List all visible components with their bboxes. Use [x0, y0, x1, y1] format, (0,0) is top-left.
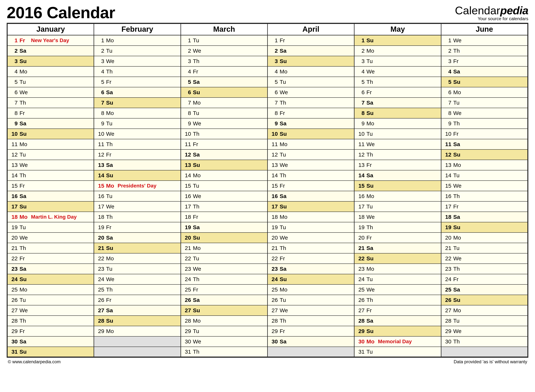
day-of-week: Th	[365, 79, 376, 85]
day-number: 3	[10, 58, 18, 64]
day-cell: 19Fr	[94, 222, 181, 233]
day-number: 31	[10, 349, 18, 355]
day-number: 27	[356, 307, 365, 313]
day-cell: 20Fr	[354, 233, 441, 243]
day-number: 1	[10, 37, 18, 44]
day-of-week: Mo	[278, 141, 289, 147]
day-of-week: Mo	[278, 286, 289, 293]
day-of-week: Tu	[105, 266, 116, 272]
day-number: 26	[10, 297, 18, 303]
day-number: 25	[183, 286, 191, 293]
day-number: 19	[96, 224, 105, 230]
day-number: 18	[10, 214, 18, 220]
day-cell: 5Tu	[7, 77, 94, 87]
day-cell: 20We	[7, 233, 94, 243]
day-of-week: Sa	[278, 338, 289, 345]
day-cell: 5Sa	[181, 77, 268, 87]
day-of-week: We	[452, 183, 463, 189]
day-of-week: Mo	[105, 110, 116, 116]
day-number: 15	[183, 183, 191, 189]
day-number: 28	[96, 318, 105, 324]
day-number: 14	[183, 172, 191, 179]
day-of-week: Fr	[191, 68, 203, 75]
day-number: 12	[270, 151, 278, 158]
document-title: 2016 Calendar	[7, 5, 115, 21]
day-cell: 9Sa	[7, 118, 94, 129]
day-of-week: Tu	[365, 276, 376, 282]
day-of-week: Su	[18, 276, 29, 282]
day-number: 3	[183, 58, 191, 64]
day-of-week: Tu	[365, 203, 376, 210]
day-of-week: Sa	[365, 172, 376, 179]
day-cell: 23Th	[441, 264, 528, 274]
day-cell: 22Mo	[94, 253, 181, 264]
day-cell: 6Fr	[354, 87, 441, 98]
day-number: 18	[356, 214, 365, 220]
day-of-week: Th	[18, 172, 29, 179]
day-number: 14	[356, 172, 365, 179]
day-number: 31	[183, 349, 191, 355]
day-cell: 3We	[94, 56, 181, 66]
day-cell: 22Fr	[7, 253, 94, 264]
day-of-week: Tu	[452, 245, 463, 251]
day-cell: 2Th	[441, 46, 528, 56]
day-number: 30	[270, 338, 278, 345]
day-of-week: Fr	[18, 37, 29, 44]
day-cell: 1Fr	[268, 35, 354, 46]
day-cell: 17Su	[268, 201, 354, 212]
day-number: 28	[443, 318, 452, 324]
day-of-week: We	[365, 68, 376, 75]
day-of-week: Mo	[18, 214, 29, 220]
day-number: 28	[183, 318, 191, 324]
day-number: 16	[443, 193, 452, 199]
day-cell: 25Mo	[268, 285, 354, 295]
day-of-week: Tu	[365, 58, 376, 64]
day-number: 23	[270, 266, 278, 272]
day-cell: 15MoPresidents' Day	[94, 181, 181, 191]
day-cell: 17Tu	[354, 201, 441, 212]
day-cell: 14Sa	[354, 170, 441, 181]
day-cell: 10Su	[7, 129, 94, 139]
day-cell: 13Fr	[354, 160, 441, 170]
day-cell: 27We	[268, 305, 354, 316]
day-of-week: Sa	[18, 48, 29, 54]
day-of-week: Sa	[452, 286, 463, 293]
day-of-week: Mo	[452, 235, 463, 241]
day-cell: 10Fr	[441, 129, 528, 139]
day-of-week: Fr	[105, 79, 116, 85]
day-of-week: Th	[452, 266, 463, 272]
day-of-week: Fr	[278, 37, 289, 44]
day-cell: 28Su	[94, 316, 181, 326]
day-of-week: Th	[191, 131, 203, 137]
day-of-week: Sa	[278, 193, 289, 199]
brand-pedia: pedia	[500, 5, 528, 16]
day-of-week: Sa	[18, 193, 29, 199]
day-cell: 8Fr	[268, 108, 354, 118]
day-cell: 5Fr	[94, 77, 181, 87]
day-cell: 3Su	[7, 56, 94, 66]
day-of-week: Th	[18, 100, 29, 106]
day-of-week: We	[105, 131, 116, 137]
day-cell: 29Su	[354, 326, 441, 336]
day-of-week: Sa	[105, 162, 116, 168]
day-number: 21	[356, 245, 365, 251]
day-of-week: We	[452, 255, 463, 262]
day-of-week: Fr	[18, 328, 29, 334]
day-of-week: Tu	[191, 37, 203, 44]
day-number: 6	[183, 89, 191, 95]
day-number: 23	[443, 266, 452, 272]
month-header: June	[441, 23, 528, 35]
day-of-week: Fr	[278, 255, 289, 262]
day-cell: 25Fr	[181, 285, 268, 295]
day-number: 22	[96, 255, 105, 262]
day-number: 11	[183, 141, 191, 147]
day-of-week: We	[191, 266, 203, 272]
day-number: 9	[270, 120, 278, 127]
day-cell: 18Th	[94, 212, 181, 222]
day-number: 13	[183, 162, 191, 168]
day-cell: 19Sa	[181, 222, 268, 233]
day-cell: 13Sa	[94, 160, 181, 170]
day-number: 21	[270, 245, 278, 251]
day-of-week: Fr	[105, 224, 116, 230]
day-number: 31	[356, 349, 365, 355]
